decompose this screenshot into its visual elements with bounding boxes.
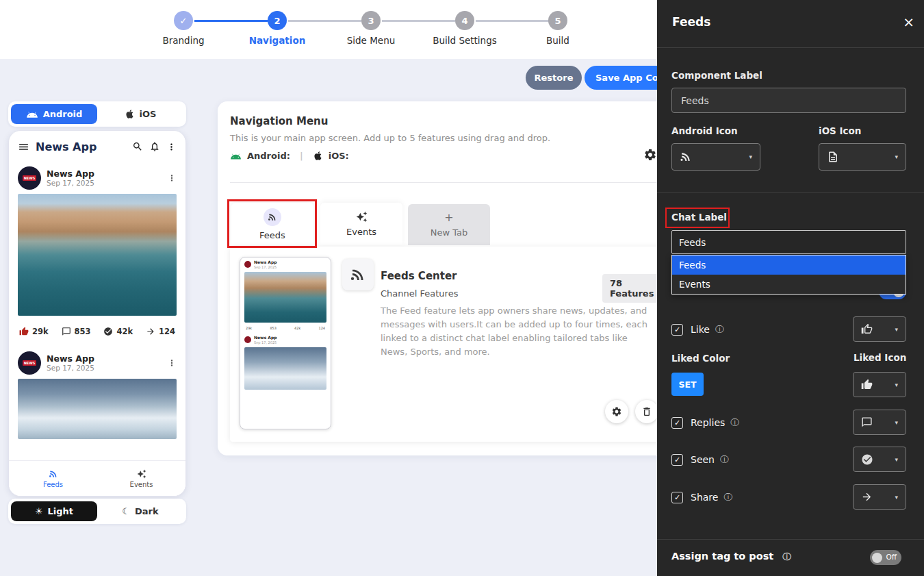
rss-icon — [342, 259, 374, 290]
replies-checkbox[interactable]: ✓ — [671, 417, 683, 429]
share-label: Share — [691, 492, 718, 503]
divider — [657, 539, 924, 540]
step-build-settings-label[interactable]: Build Settings — [433, 35, 497, 46]
component-label-input[interactable] — [671, 88, 906, 113]
gear-icon[interactable] — [643, 148, 657, 162]
thumb-up-icon — [861, 323, 873, 335]
component-label-label: Component Label — [671, 70, 762, 81]
seen-label: Seen — [691, 454, 715, 465]
tab-new-tab[interactable]: + New Tab — [408, 204, 490, 245]
mini-post-image-venice — [244, 272, 326, 323]
seen-icon-dropdown[interactable]: ▾ — [853, 447, 906, 472]
divider — [657, 192, 924, 193]
like-icon-dropdown[interactable]: ▾ — [853, 316, 906, 342]
step-navigation-circle[interactable]: 2 — [268, 11, 287, 30]
like-row: ✓ Like ⓘ ▾ — [671, 316, 906, 342]
check-circle-icon — [103, 327, 113, 336]
seen-checkbox[interactable]: ✓ — [671, 454, 683, 466]
ios-toggle[interactable]: iOS — [97, 104, 183, 124]
mini-phone-preview: News App Sep 17, 2025 29k 853 42k 124 Ne… — [240, 257, 331, 429]
step-branding-label[interactable]: Branding — [162, 35, 204, 46]
ios-icon-label: iOS Icon — [819, 125, 861, 136]
stepper-line — [194, 20, 268, 22]
android-icon — [230, 152, 242, 160]
feeds-settings-panel: Feeds × Component Label Android Icon iOS… — [657, 0, 924, 576]
liked-icon-dropdown[interactable]: ▾ — [853, 372, 906, 397]
plus-icon: + — [444, 212, 453, 223]
shares-stat[interactable]: 124 — [146, 327, 175, 336]
tab-events[interactable]: Events — [320, 203, 402, 245]
like-label: Like — [691, 324, 710, 335]
post-image-venice — [18, 194, 177, 316]
kebab-icon[interactable] — [167, 173, 177, 183]
light-theme-toggle[interactable]: ☀ Light — [11, 501, 97, 521]
post-author: News App — [47, 168, 162, 179]
android-icon-dropdown[interactable]: ▾ — [671, 143, 760, 171]
step-build-label[interactable]: Build — [546, 35, 569, 46]
step-side-menu-label[interactable]: Side Menu — [347, 35, 396, 46]
chat-label-options: Feeds Events — [671, 255, 906, 295]
post-image-snow — [18, 379, 177, 439]
bell-icon[interactable] — [149, 141, 160, 152]
chevron-down-icon: ▾ — [895, 381, 898, 388]
replies-icon-dropdown[interactable]: ▾ — [853, 410, 906, 435]
thumb-up-filled-icon — [861, 379, 873, 390]
post-date: Sep 17, 2025 — [47, 179, 162, 188]
option-feeds[interactable]: Feeds — [672, 255, 906, 275]
option-events[interactable]: Events — [672, 275, 906, 294]
kebab-icon[interactable] — [166, 142, 177, 152]
feature-delete-button[interactable] — [635, 400, 658, 423]
stepper-line — [382, 20, 455, 22]
chat-label-select[interactable]: Feeds — [671, 230, 906, 254]
annotation-feeds-tab — [227, 199, 317, 248]
dark-theme-toggle[interactable]: ☾ Dark — [97, 501, 183, 521]
info-icon[interactable]: ⓘ — [715, 324, 724, 336]
android-icon-label: Android Icon — [671, 125, 738, 136]
comments-stat[interactable]: 853 — [62, 327, 91, 336]
feature-settings-button[interactable] — [605, 400, 628, 423]
feature-subtitle: Channel Features — [381, 288, 458, 299]
arrow-right-icon — [146, 327, 155, 336]
share-row: ✓ Share ⓘ ▾ — [671, 484, 906, 510]
step-build-circle[interactable]: 5 — [548, 11, 567, 30]
android-toggle[interactable]: Android — [11, 104, 97, 124]
close-icon[interactable]: × — [903, 14, 914, 30]
share-icon-dropdown[interactable]: ▾ — [853, 484, 906, 510]
arrow-right-icon — [861, 491, 873, 503]
stepper-line — [288, 20, 361, 22]
search-icon[interactable] — [132, 141, 143, 152]
mini-post-stats: 29k 853 42k 124 — [240, 323, 331, 333]
like-checkbox[interactable]: ✓ — [671, 324, 683, 336]
liked-color-label: Liked Color — [671, 353, 730, 364]
set-color-button[interactable]: SET — [671, 373, 704, 396]
assign-tag-toggle[interactable]: Off — [870, 550, 901, 565]
seen-row: ✓ Seen ⓘ ▾ — [671, 447, 906, 473]
chevron-down-icon: ▾ — [895, 326, 898, 333]
step-branding-circle[interactable]: ✓ — [174, 11, 193, 30]
hamburger-icon[interactable] — [18, 141, 29, 153]
step-side-menu-circle[interactable]: 3 — [361, 11, 381, 30]
kebab-icon[interactable] — [167, 358, 177, 368]
feature-title: Feeds Center — [381, 270, 457, 282]
share-checkbox[interactable]: ✓ — [671, 492, 683, 503]
phone-tab-feeds[interactable]: Feeds — [9, 461, 97, 496]
trash-icon — [641, 406, 652, 417]
rss-icon — [680, 151, 692, 163]
step-navigation-label[interactable]: Navigation — [249, 35, 306, 46]
likes-stat[interactable]: 29k — [19, 327, 49, 336]
info-icon[interactable]: ⓘ — [723, 492, 732, 503]
phone-tab-events[interactable]: Events — [97, 461, 185, 496]
seen-stat[interactable]: 42k — [103, 327, 133, 336]
divider — [657, 47, 924, 48]
post-header: NEWS News App Sep 17, 2025 — [9, 162, 185, 194]
mini-post-image-snow — [244, 347, 326, 390]
info-icon[interactable]: ⓘ — [730, 417, 739, 429]
phone-preview: News App NEWS News App Sep 17, 2025 29k … — [8, 130, 186, 497]
info-icon[interactable]: ⓘ — [782, 551, 791, 562]
liked-icon-label: Liked Icon — [854, 352, 906, 363]
restore-button[interactable]: Restore — [526, 66, 582, 90]
ios-icon-dropdown[interactable]: ▾ — [819, 143, 906, 171]
step-build-settings-circle[interactable]: 4 — [455, 11, 474, 30]
info-icon[interactable]: ⓘ — [720, 454, 729, 466]
card-title: Navigation Menu — [230, 115, 328, 127]
